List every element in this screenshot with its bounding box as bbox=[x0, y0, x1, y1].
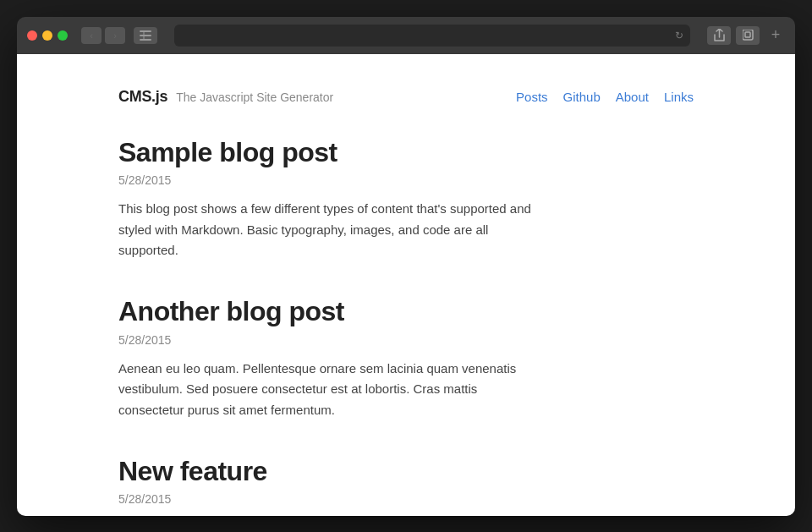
browser-titlebar: ‹ › ↻ bbox=[17, 17, 795, 54]
nav-links[interactable]: Links bbox=[664, 90, 694, 104]
post-date-2: 5/28/2015 bbox=[118, 333, 694, 347]
site-title: CMS.js bbox=[118, 88, 167, 106]
browser-actions: + bbox=[707, 26, 785, 45]
share-button[interactable] bbox=[707, 26, 731, 45]
site-brand: CMS.js The Javascript Site Generator bbox=[118, 88, 333, 106]
page-wrapper: CMS.js The Javascript Site Generator Pos… bbox=[85, 54, 727, 516]
content-area: CMS.js The Javascript Site Generator Pos… bbox=[17, 54, 795, 516]
traffic-lights bbox=[27, 30, 68, 41]
post-excerpt-2: Aenean eu leo quam. Pellentesque ornare … bbox=[118, 359, 541, 421]
site-header: CMS.js The Javascript Site Generator Pos… bbox=[118, 71, 694, 119]
blog-post-3: New feature 5/28/2015 Cum sociis natoque… bbox=[118, 455, 694, 516]
nav-about[interactable]: About bbox=[616, 90, 649, 104]
nav-buttons: ‹ › bbox=[81, 27, 125, 44]
close-button[interactable] bbox=[27, 30, 37, 41]
blog-post-2: Another blog post 5/28/2015 Aenean eu le… bbox=[118, 295, 694, 421]
nav-posts[interactable]: Posts bbox=[516, 90, 548, 104]
post-date-1: 5/28/2015 bbox=[118, 173, 694, 187]
svg-rect-1 bbox=[140, 35, 151, 36]
add-tab-button[interactable]: + bbox=[766, 26, 785, 45]
post-excerpt-1: This blog post shows a few different typ… bbox=[118, 199, 541, 261]
back-button[interactable]: ‹ bbox=[81, 27, 102, 44]
post-date-3: 5/28/2015 bbox=[118, 492, 694, 506]
site-tagline: The Javascript Site Generator bbox=[176, 90, 333, 104]
forward-button[interactable]: › bbox=[105, 27, 125, 44]
post-title-2: Another blog post bbox=[118, 295, 694, 327]
blog-content: Sample blog post 5/28/2015 This blog pos… bbox=[118, 119, 694, 516]
blog-post-1: Sample blog post 5/28/2015 This blog pos… bbox=[118, 136, 694, 262]
address-bar[interactable]: ↻ bbox=[174, 25, 690, 47]
reload-icon[interactable]: ↻ bbox=[675, 30, 683, 41]
sidebar-toggle-button[interactable] bbox=[134, 27, 157, 44]
minimize-button[interactable] bbox=[42, 30, 52, 41]
post-title-1: Sample blog post bbox=[118, 136, 694, 168]
browser-window: ‹ › ↻ bbox=[17, 17, 795, 516]
site-nav: Posts Github About Links bbox=[516, 90, 694, 104]
svg-rect-5 bbox=[745, 32, 750, 37]
maximize-button[interactable] bbox=[58, 30, 68, 41]
browser-content: CMS.js The Javascript Site Generator Pos… bbox=[17, 54, 795, 516]
svg-rect-4 bbox=[743, 30, 753, 40]
svg-rect-2 bbox=[140, 39, 151, 41]
svg-rect-0 bbox=[140, 30, 151, 32]
post-title-3: New feature bbox=[118, 455, 694, 487]
new-tab-button[interactable] bbox=[736, 26, 760, 45]
nav-github[interactable]: Github bbox=[563, 90, 601, 104]
